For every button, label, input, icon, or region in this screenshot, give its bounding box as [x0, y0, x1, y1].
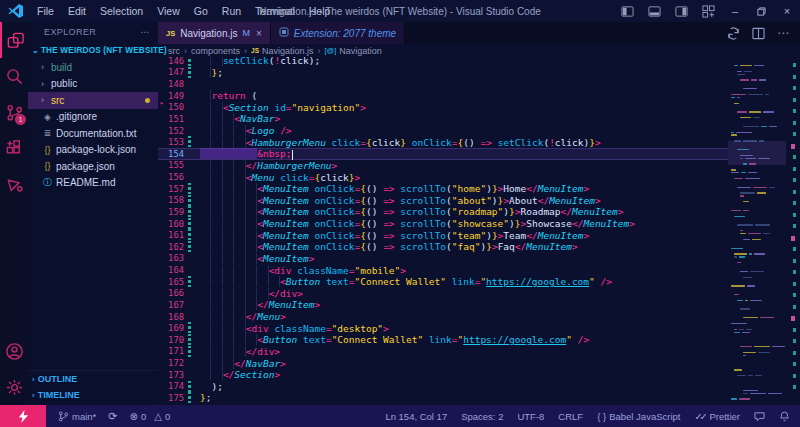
- code-line-173[interactable]: 173 </Section>: [158, 369, 728, 381]
- code-line-160[interactable]: 160 <MenuItem onClick={() => scrollTo("s…: [158, 218, 728, 230]
- minimap-line: [731, 134, 737, 135]
- split-editor-icon[interactable]: [752, 27, 765, 40]
- encoding-setting[interactable]: UTF-8: [517, 411, 544, 422]
- explorer-more-actions-icon[interactable]: ⋯: [141, 27, 150, 37]
- minimap-line: [743, 126, 777, 127]
- minimap-line: [743, 239, 761, 240]
- breadcrumb-navigation[interactable]: ›[@]Navigation: [314, 46, 382, 56]
- code-line-159[interactable]: 159 <MenuItem onClick={() => scrollTo("r…: [158, 206, 728, 218]
- line-number: 151: [158, 114, 184, 124]
- language-mode[interactable]: { } Babel JavaScript: [597, 411, 680, 422]
- menu-file[interactable]: File: [30, 0, 61, 22]
- code-line-162[interactable]: 162 <MenuItem onClick={() => scrollTo("f…: [158, 241, 728, 253]
- menu-view[interactable]: View: [150, 0, 187, 22]
- code-line-161[interactable]: 161 <MenuItem onClick={() => scrollTo("t…: [158, 229, 728, 241]
- code-line-148[interactable]: 148: [158, 78, 728, 90]
- code-line-166[interactable]: 166 </div>: [158, 288, 728, 300]
- breadcrumb-components[interactable]: ›components: [180, 46, 240, 56]
- sync-button[interactable]: ⟳: [108, 410, 117, 423]
- code-text: <Button text="Connect Wallet" link="http…: [191, 276, 612, 287]
- code-line-155[interactable]: 155 </HamburgerMenu>: [158, 160, 728, 172]
- section-timeline[interactable]: ›TIMELINE: [28, 387, 158, 403]
- remote-indicator[interactable]: [0, 405, 46, 427]
- menu-go[interactable]: Go: [187, 0, 215, 22]
- minimap-slider[interactable]: [728, 141, 786, 165]
- minimap-line: [737, 74, 745, 75]
- code-line-149[interactable]: 149 return (: [158, 90, 728, 102]
- tree-item-public[interactable]: ›public: [28, 76, 158, 93]
- minimap-line: [737, 187, 775, 188]
- activitybar-search[interactable]: [0, 58, 28, 94]
- tab-navigation-js[interactable]: JSNavigation.jsM×: [158, 22, 271, 44]
- code-line-147[interactable]: 147 };: [158, 67, 728, 79]
- close-tab-icon[interactable]: ×: [256, 28, 262, 39]
- breadcrumb-label: components: [191, 46, 240, 56]
- code-line-172[interactable]: 172 </NavBar>: [158, 357, 728, 369]
- customize-layout-icon[interactable]: [702, 5, 715, 18]
- minimap[interactable]: [728, 57, 786, 405]
- activitybar-account[interactable]: [0, 333, 28, 369]
- code-line-169[interactable]: 169 <div className="desktop">: [158, 322, 728, 334]
- tree-item-build[interactable]: ›build: [28, 59, 158, 76]
- line-number: 171: [158, 346, 184, 356]
- breadcrumb-src[interactable]: src: [168, 46, 180, 56]
- minimap-line: [737, 375, 762, 376]
- restore-button[interactable]: [748, 0, 774, 22]
- indentation-setting[interactable]: Spaces: 2: [461, 411, 503, 422]
- tree-item-readme-md[interactable]: ⓘREADME.md: [28, 175, 158, 192]
- section-outline[interactable]: ›OUTLINE: [28, 371, 158, 387]
- toggle-sidebar-icon[interactable]: [621, 5, 634, 18]
- code-line-156[interactable]: 156 <Menu click={click}>: [158, 171, 728, 183]
- menu-selection[interactable]: Selection: [93, 0, 150, 22]
- breadcrumb-navigation-js[interactable]: ›JSNavigation.js: [240, 46, 313, 56]
- problems-status[interactable]: ⊗0 △0: [130, 411, 171, 422]
- tree-item-package-lock-json[interactable]: {}package-lock.json: [28, 142, 158, 159]
- cursor-position[interactable]: Ln 154, Col 17: [385, 411, 447, 422]
- tree-item-documentation-txt[interactable]: ≣Documentation.txt: [28, 125, 158, 142]
- formatter-status[interactable]: ✓✓ Prettier: [694, 411, 740, 422]
- code-line-153[interactable]: 153 <HamburgerMenu click={click} onClick…: [158, 136, 728, 148]
- code-line-167[interactable]: 167 </MenuItem>: [158, 299, 728, 311]
- code-line-150[interactable]: 150 <Section id="navigation">: [158, 102, 728, 114]
- code-line-151[interactable]: 151 <NavBar>: [158, 113, 728, 125]
- activitybar-settings[interactable]: [0, 369, 28, 405]
- code-line-146[interactable]: 146 setClick(!click);: [158, 57, 728, 67]
- open-changes-icon[interactable]: [727, 27, 740, 40]
- code-line-163[interactable]: 163 <MenuItem>: [158, 253, 728, 265]
- code-line-175[interactable]: 175};: [158, 392, 728, 404]
- tree-item-src[interactable]: ›src: [28, 92, 158, 109]
- activitybar-source-control[interactable]: 1: [0, 94, 28, 130]
- code-line-165[interactable]: 165 <Button text="Connect Wallet" link="…: [158, 276, 728, 288]
- activitybar-run-debug[interactable]: [0, 166, 28, 202]
- toggle-secondary-sidebar-icon[interactable]: [675, 5, 688, 18]
- code-line-174[interactable]: 174 );: [158, 381, 728, 393]
- minimize-button[interactable]: –: [722, 0, 748, 22]
- editor-more-actions-icon[interactable]: ⋯: [777, 26, 790, 40]
- code-editor[interactable]: 146 setClick(!click);147 };148149 return…: [158, 57, 800, 405]
- fold-marker-icon[interactable]: ▸: [160, 99, 164, 107]
- tree-item-label: README.md: [56, 177, 115, 188]
- line-number: 160: [158, 219, 184, 229]
- tab-extension-2077-theme[interactable]: Extension: 2077 theme: [271, 22, 405, 44]
- code-line-170[interactable]: 170 <Button text="Connect Wallet" link="…: [158, 334, 728, 346]
- code-line-158[interactable]: 158 <MenuItem onClick={() => scrollTo("a…: [158, 195, 728, 207]
- code-line-164[interactable]: 164 <div className="mobile">: [158, 264, 728, 276]
- code-line-152[interactable]: 152 <Logo />: [158, 125, 728, 137]
- workspace-root-folder[interactable]: ⌄ THE WEIRDOS (NFT WEBSITE): [28, 42, 158, 59]
- code-line-157[interactable]: 157 <MenuItem onClick={() => scrollTo("h…: [158, 183, 728, 195]
- code-line-171[interactable]: 171 </div>: [158, 346, 728, 358]
- menu-run[interactable]: Run: [215, 0, 248, 22]
- code-line-168[interactable]: 168 </Menu>: [158, 311, 728, 323]
- code-line-154[interactable]: 154 &nbsp;: [158, 148, 728, 160]
- menu-edit[interactable]: Edit: [61, 0, 93, 22]
- eol-setting[interactable]: CRLF: [558, 411, 583, 422]
- tree-item--gitignore[interactable]: ◈.gitignore: [28, 109, 158, 126]
- close-window-button[interactable]: ×: [774, 0, 800, 22]
- activitybar-extensions[interactable]: [0, 130, 28, 166]
- activitybar-explorer[interactable]: [0, 22, 28, 58]
- notifications-button[interactable]: [779, 411, 790, 422]
- feedback-button[interactable]: [754, 411, 765, 422]
- toggle-panel-icon[interactable]: [648, 5, 661, 18]
- tree-item-package-json[interactable]: {}package.json: [28, 158, 158, 175]
- git-branch-status[interactable]: main*: [58, 411, 96, 422]
